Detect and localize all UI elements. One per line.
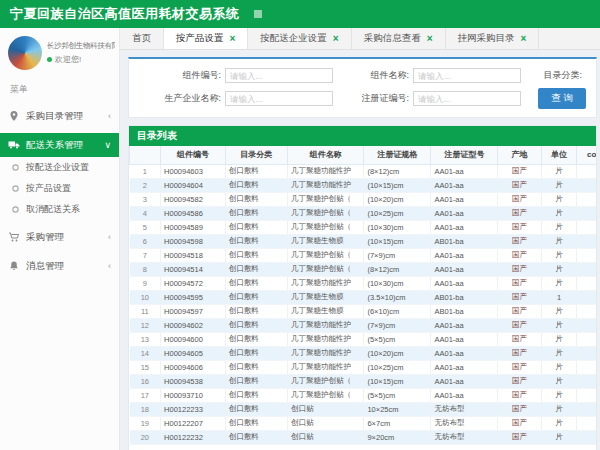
register-no-label: 注册证编号: [333, 92, 413, 105]
catalog-list-panel: 目录列表 组件编号目录分类组件名称注册证规格注册证型号产地单位code数量生产企… [128, 125, 597, 450]
sidebar-item-label: 配送关系管理 [26, 139, 83, 152]
table-row[interactable]: 15H00094606创口敷料几丁聚糖功能性护(10×25)cmAA01-aa国… [130, 360, 598, 374]
catalog-table: 组件编号目录分类组件名称注册证规格注册证型号产地单位code数量生产企业 1H0… [129, 146, 597, 445]
table-row[interactable]: 10H00094595创口敷料几丁聚糖生物膜(3.5×10)cmAB01-ba国… [130, 290, 598, 304]
manufacturer-label: 生产企业名称: [137, 92, 225, 105]
company-name: 长沙邦创生物科技有限公司 [47, 41, 115, 51]
tab-label: 采购信息查看 [364, 32, 421, 45]
close-icon[interactable]: × [230, 34, 236, 44]
column-header: 注册证型号 [431, 146, 498, 164]
app-window: 宁夏回族自治区高值医用耗材交易系统 长沙邦创生物科技有限公司 欢迎您! 菜单 采… [0, 0, 600, 450]
table-row[interactable]: 14H00094605创口敷料几丁聚糖功能性护(10×20)cmAA01-aa国… [130, 346, 598, 360]
column-header: 注册证规格 [364, 146, 431, 164]
table-row[interactable]: 20H00122232创口敷料创口贴9×20cm无纺布型国产片1长沙邦创生物科技… [130, 430, 598, 444]
table-row[interactable]: 6H00094598创口敷料几丁聚糖生物膜(10×15)cmAB01-ba国产片… [130, 234, 598, 248]
panel-title: 目录列表 [129, 126, 596, 146]
search-panel: 组件编号: 组件名称: 目录分类: 生产企业名称: 注册证编号: [128, 57, 597, 118]
table-row[interactable]: 11H00094597创口敷料几丁聚糖生物膜(6×10)cmAB01-ba国产片… [130, 304, 598, 318]
tab-1[interactable]: 首页 [120, 28, 164, 49]
close-icon[interactable]: × [333, 34, 339, 44]
chevron-left-icon: ‹ [108, 111, 111, 121]
bell-icon [8, 260, 20, 272]
welcome-text: 欢迎您! [47, 54, 115, 65]
table-row[interactable]: 5H00094589创口敷料几丁聚糖护创贴（(10×30)cmAA01-aa国产… [130, 220, 598, 234]
table-header-row: 组件编号目录分类组件名称注册证规格注册证型号产地单位code数量生产企业 [130, 146, 598, 164]
tab-bar: 首页按产品设置×按配送企业设置×采购信息查看×挂网采购目录× [120, 28, 600, 50]
column-header [130, 146, 161, 164]
catalog-class-label: 目录分类: [543, 69, 586, 82]
tab-4[interactable]: 采购信息查看× [352, 28, 446, 49]
tab-label: 按配送企业设置 [260, 32, 327, 45]
chevron-left-icon: ‹ [108, 261, 111, 271]
menu-toggle-icon[interactable] [254, 10, 262, 18]
circle-icon [11, 163, 20, 172]
column-header: 单位 [541, 146, 577, 164]
sidebar: 长沙邦创生物科技有限公司 欢迎您! 菜单 采购目录管理‹配送关系管理∨按配送企业… [0, 28, 120, 450]
sidebar-subitem[interactable]: 按配送企业设置 [0, 157, 119, 178]
table-row[interactable]: 16H00094538创口敷料几丁聚糖护创贴（(10×15)cmAA01-aa国… [130, 374, 598, 388]
tab-5[interactable]: 挂网采购目录× [446, 28, 540, 49]
sidebar-item-label: 采购目录管理 [26, 110, 83, 123]
table-body: 1H00094603创口敷料几丁聚糖功能性护(8×12)cmAA01-aa国产片… [130, 164, 598, 444]
column-header: 组件编号 [161, 146, 226, 164]
table-row[interactable]: 13H00094600创口敷料几丁聚糖功能性护(5×5)cmAA01-aa国产片… [130, 332, 598, 346]
table-row[interactable]: 3H00094582创口敷料几丁聚糖护创贴（(10×20)cmAA01-aa国产… [130, 192, 598, 206]
sidebar-item-1[interactable]: 采购目录管理‹ [0, 104, 119, 128]
sidebar-menu: 采购目录管理‹配送关系管理∨按配送企业设置按产品设置取消配送关系采购管理‹消息管… [0, 104, 119, 278]
table-row[interactable]: 9H00094572创口敷料几丁聚糖功能性护(10×30)cmAA01-aa国产… [130, 276, 598, 290]
table-row[interactable]: 1H00094603创口敷料几丁聚糖功能性护(8×12)cmAA01-aa国产片… [130, 164, 598, 178]
query-button[interactable]: 查 询 [538, 88, 586, 109]
register-no-input[interactable] [413, 91, 521, 106]
sidebar-item-3[interactable]: 采购管理‹ [0, 225, 119, 249]
avatar [8, 36, 42, 70]
top-header: 宁夏回族自治区高值医用耗材交易系统 [0, 0, 600, 28]
column-header: 产地 [498, 146, 541, 164]
main-area: 首页按产品设置×按配送企业设置×采购信息查看×挂网采购目录× 组件编号: 组件名… [120, 28, 600, 450]
component-name-input[interactable] [413, 68, 521, 83]
sidebar-item-label: 采购管理 [26, 231, 64, 244]
sidebar-subitem[interactable]: 取消配送关系 [0, 199, 119, 220]
tab-2[interactable]: 按产品设置× [164, 28, 248, 49]
close-icon[interactable]: × [427, 34, 433, 44]
sidebar-item-4[interactable]: 消息管理‹ [0, 254, 119, 278]
component-name-label: 组件名称: [333, 69, 413, 82]
sidebar-subitem[interactable]: 按产品设置 [0, 178, 119, 199]
sidebar-item-2[interactable]: 配送关系管理∨ [0, 133, 119, 157]
sidebar-subitem-label: 取消配送关系 [26, 203, 80, 216]
table-row[interactable]: 12H00094602创口敷料几丁聚糖功能性护(7×9)cmAA01-aa国产片… [130, 318, 598, 332]
close-icon[interactable]: × [521, 34, 527, 44]
table-row[interactable]: 18H00122233创口敷料创口贴10×25cm无纺布型国产片1长沙邦创生物科… [130, 402, 598, 416]
tab-label: 按产品设置 [176, 32, 224, 45]
table-row[interactable]: 17H00093710创口敷料几丁聚糖护创贴（(5×5)cmAA01-aa国产片… [130, 388, 598, 402]
manufacturer-input[interactable] [225, 91, 333, 106]
table-row[interactable]: 19H00122207创口敷料创口贴6×7cm无纺布型国产片1长沙邦创生物科技有… [130, 416, 598, 430]
user-block: 长沙邦创生物科技有限公司 欢迎您! [0, 28, 119, 76]
content-area: 组件编号: 组件名称: 目录分类: 生产企业名称: 注册证编号: [120, 50, 600, 450]
circle-icon [11, 184, 20, 193]
component-no-input[interactable] [225, 68, 333, 83]
menu-section-label: 菜单 [0, 76, 119, 99]
chevron-down-icon: ∨ [104, 140, 111, 150]
cart-icon [8, 231, 20, 243]
tab-label: 首页 [132, 32, 151, 45]
table-row[interactable]: 4H00094586创口敷料几丁聚糖护创贴（(10×25)cmAA01-aa国产… [130, 206, 598, 220]
sidebar-subitem-label: 按产品设置 [26, 182, 71, 195]
sidebar-item-label: 消息管理 [26, 260, 64, 273]
table-row[interactable]: 2H00094604创口敷料几丁聚糖功能性护(10×15)cmAA01-aa国产… [130, 178, 598, 192]
map-pin-icon [8, 110, 20, 122]
column-header: 组件名称 [287, 146, 364, 164]
online-status-icon [47, 57, 52, 62]
column-header: 目录分类 [225, 146, 287, 164]
app-body: 长沙邦创生物科技有限公司 欢迎您! 菜单 采购目录管理‹配送关系管理∨按配送企业… [0, 28, 600, 450]
chevron-left-icon: ‹ [108, 232, 111, 242]
table-row[interactable]: 7H00094518创口敷料几丁聚糖护创贴（(7×9)cmAA01-aa国产片1… [130, 248, 598, 262]
truck-icon [8, 139, 20, 151]
sidebar-subitem-label: 按配送企业设置 [26, 161, 89, 174]
table-row[interactable]: 8H00094514创口敷料几丁聚糖护创贴（(8×12)cmAA01-aa国产片… [130, 262, 598, 276]
column-header: code数量 [577, 146, 597, 164]
tab-label: 挂网采购目录 [458, 32, 515, 45]
component-no-label: 组件编号: [137, 69, 225, 82]
circle-icon [11, 205, 20, 214]
tab-3[interactable]: 按配送企业设置× [248, 28, 351, 49]
app-title: 宁夏回族自治区高值医用耗材交易系统 [10, 5, 240, 23]
